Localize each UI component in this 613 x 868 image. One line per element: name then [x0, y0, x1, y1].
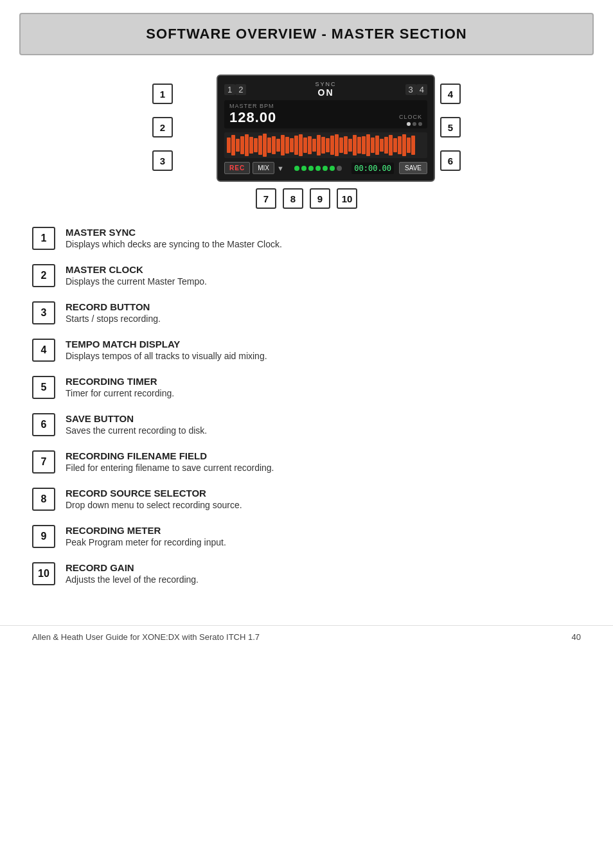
label-8: 8 — [283, 188, 303, 209]
center-block: 1 2 SYNC ON 3 4 MASTER BPM 128.00 — [178, 75, 435, 209]
footer-left: Allen & Heath User Guide for XONE:DX wit… — [32, 632, 260, 642]
desc-title-8: RECORD SOURCE SELECTOR — [66, 488, 581, 499]
led-1 — [294, 166, 299, 171]
desc-body-4: Displays tempos of all tracks to visuall… — [66, 351, 581, 361]
desc-text-2: MASTER CLOCK Displays the current Master… — [66, 264, 581, 287]
wbar — [245, 134, 249, 156]
wbar — [393, 138, 397, 152]
wbar — [380, 139, 384, 152]
desc-title-2: MASTER CLOCK — [66, 264, 581, 275]
desc-title-1: MASTER SYNC — [66, 227, 581, 238]
desc-body-10: Adjusts the level of the recording. — [66, 574, 581, 585]
wbar — [326, 138, 330, 152]
wbar — [362, 136, 366, 154]
clock-label: CLOCK — [399, 114, 422, 120]
mix-button[interactable]: MIX — [253, 162, 274, 174]
wbar — [303, 137, 307, 153]
deck-3: 3 — [405, 84, 416, 95]
wbar — [357, 137, 361, 154]
desc-item-2: 2 MASTER CLOCK Displays the current Mast… — [32, 264, 581, 287]
desc-title-6: SAVE BUTTON — [66, 413, 581, 424]
desc-item-9: 9 RECORDING METER Peak Program meter for… — [32, 525, 581, 548]
desc-text-4: TEMPO MATCH DISPLAY Displays tempos of a… — [66, 339, 581, 361]
desc-body-2: Displays the current Master Tempo. — [66, 276, 581, 287]
wbar — [267, 137, 271, 153]
clock-dot-1 — [407, 122, 411, 126]
bpm-value: 128.00 — [229, 109, 276, 126]
desc-title-4: TEMPO MATCH DISPLAY — [66, 339, 581, 350]
desc-item-8: 8 RECORD SOURCE SELECTOR Drop down menu … — [32, 488, 581, 511]
right-labels: 4 5 6 — [440, 75, 461, 184]
desc-title-10: RECORD GAIN — [66, 562, 581, 573]
desc-num-10: 10 — [32, 562, 55, 585]
label-5: 5 — [440, 117, 461, 137]
deck-1: 1 — [224, 84, 235, 95]
device-panel: 1 2 SYNC ON 3 4 MASTER BPM 128.00 — [217, 75, 435, 182]
wbar — [236, 139, 240, 152]
wbar — [299, 134, 303, 156]
wbar — [344, 136, 348, 154]
wbar — [402, 134, 406, 156]
wbar — [375, 136, 379, 155]
wbar — [348, 139, 352, 152]
desc-title-7: RECORDING FILENAME FIELD — [66, 450, 581, 461]
bottom-labels: 7 8 9 10 — [256, 188, 357, 209]
label-7: 7 — [256, 188, 276, 209]
desc-text-7: RECORDING FILENAME FIELD Filed for enter… — [66, 450, 581, 473]
clock-area: CLOCK — [399, 114, 422, 126]
wbar — [330, 136, 334, 155]
desc-text-3: RECORD BUTTON Starts / stops recording. — [66, 301, 581, 324]
desc-item-4: 4 TEMPO MATCH DISPLAY Displays tempos of… — [32, 339, 581, 362]
bpm-row: MASTER BPM 128.00 CLOCK — [224, 100, 427, 128]
save-button[interactable]: SAVE — [399, 162, 427, 174]
wbar — [240, 136, 244, 154]
desc-item-10: 10 RECORD GAIN Adjusts the level of the … — [32, 562, 581, 585]
wbar — [384, 137, 388, 154]
wbar — [231, 135, 235, 155]
desc-item-6: 6 SAVE BUTTON Saves the current recordin… — [32, 413, 581, 436]
desc-num-2: 2 — [32, 264, 55, 287]
desc-num-6: 6 — [32, 413, 55, 436]
desc-item-5: 5 RECORDING TIMER Timer for current reco… — [32, 376, 581, 399]
led-5 — [323, 166, 328, 171]
arrow-icon: ▼ — [277, 164, 284, 172]
desc-title-5: RECORDING TIMER — [66, 376, 581, 387]
desc-body-6: Saves the current recording to disk. — [66, 425, 581, 436]
desc-num-8: 8 — [32, 488, 55, 511]
desc-text-6: SAVE BUTTON Saves the current recording … — [66, 413, 581, 436]
label-2: 2 — [152, 117, 173, 137]
desc-num-9: 9 — [32, 525, 55, 548]
timer-display: 00:00.00 — [351, 163, 394, 174]
wbar — [227, 137, 231, 153]
clock-dots — [407, 122, 422, 126]
wbar — [407, 137, 411, 153]
wbar — [411, 136, 415, 155]
wbar — [317, 135, 321, 155]
wbar — [371, 137, 375, 153]
deck-2: 2 — [235, 84, 246, 95]
led-7 — [337, 166, 342, 171]
label-4: 4 — [440, 84, 461, 104]
wbar — [285, 137, 289, 154]
desc-item-3: 3 RECORD BUTTON Starts / stops recording… — [32, 301, 581, 324]
wbar — [335, 134, 339, 156]
desc-text-10: RECORD GAIN Adjusts the level of the rec… — [66, 562, 581, 585]
desc-body-1: Displays which decks are syncing to the … — [66, 239, 581, 249]
wbar — [258, 136, 262, 155]
wbar — [281, 135, 285, 155]
desc-body-9: Peak Program meter for recording input. — [66, 537, 581, 547]
desc-text-1: MASTER SYNC Displays which decks are syn… — [66, 227, 581, 249]
diagram-area: 1 2 3 1 2 SYNC ON 3 4 — [152, 75, 461, 209]
wbar — [339, 137, 343, 153]
desc-body-8: Drop down menu to select recording sourc… — [66, 500, 581, 510]
rec-button[interactable]: REC — [224, 162, 250, 174]
label-10: 10 — [337, 188, 357, 209]
clock-dot-3 — [418, 122, 422, 126]
label-6: 6 — [440, 150, 461, 171]
waveform-bars — [224, 132, 427, 158]
wbar — [272, 136, 276, 154]
led-2 — [301, 166, 306, 171]
controls-row: REC MIX ▼ 00:00.00 SAVE — [224, 162, 427, 174]
desc-body-5: Timer for current recording. — [66, 388, 581, 398]
wbar — [308, 136, 312, 154]
